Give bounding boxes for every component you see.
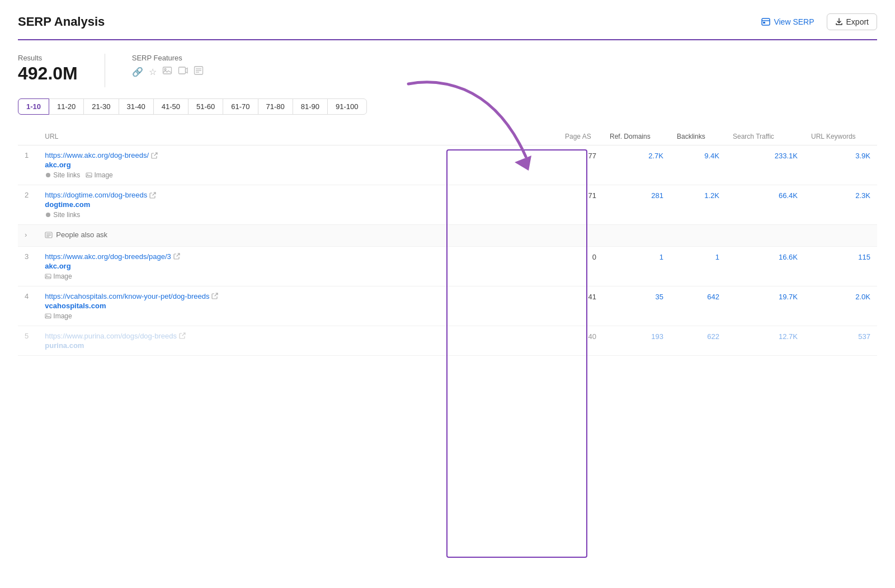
link-feature-icon: 🔗	[132, 67, 143, 77]
external-link-icon	[149, 192, 156, 199]
row-ref-domains: 193	[603, 326, 670, 355]
page-header: SERP Analysis View SERP Export	[18, 13, 877, 40]
row-backlinks: 642	[670, 286, 726, 326]
url-link[interactable]: https://www.purina.com/dogs/dog-breeds	[45, 332, 552, 340]
svg-rect-18	[45, 314, 51, 318]
page-btn-41-50[interactable]: 41-50	[153, 98, 189, 115]
col-header-backlinks: Backlinks	[670, 128, 726, 145]
page-btn-21-30[interactable]: 21-30	[83, 98, 119, 115]
serp-features-label: SERP Features	[132, 54, 204, 62]
url-link[interactable]: https://www.akc.org/dog-breeds/	[45, 151, 552, 159]
results-table: URL Page AS Ref. Domains Backlinks Searc…	[18, 128, 877, 356]
serp-feature-icons: 🔗 ☆	[132, 65, 204, 78]
row-num: 1	[18, 145, 38, 185]
video-feature-icon	[178, 65, 188, 78]
row-url-keywords: 3.9K	[804, 145, 877, 185]
row-backlinks: 1	[670, 246, 726, 286]
table-row: 3 https://www.akc.org/dog-breeds/page/3 …	[18, 246, 877, 286]
row-ref-domains: 2.7K	[603, 145, 670, 185]
feature-tags: Image	[45, 312, 552, 320]
row-search-traffic: 16.6K	[726, 246, 804, 286]
view-serp-button[interactable]: View SERP	[756, 14, 819, 30]
col-header-page-as: Page AS	[558, 128, 603, 145]
row-backlinks: 1.2K	[670, 185, 726, 225]
row-num: 3	[18, 246, 38, 286]
feature-tag-sitelinks: Site links	[45, 171, 80, 179]
external-link-icon	[179, 332, 186, 339]
page-btn-61-70[interactable]: 61-70	[223, 98, 258, 115]
row-url-keywords: 2.0K	[804, 286, 877, 326]
row-search-traffic: 66.4K	[726, 185, 804, 225]
results-summary: Results 492.0M	[18, 54, 78, 84]
col-header-search-traffic: Search Traffic	[726, 128, 804, 145]
row-url-keywords: 537	[804, 326, 877, 355]
row-page-as: 77	[558, 145, 603, 185]
domain-label: akc.org	[45, 262, 552, 270]
row-url-cell: https://www.akc.org/dog-breeds/ akc.org …	[38, 145, 558, 185]
row-num: 2	[18, 185, 38, 225]
row-ref-domains: 281	[603, 185, 670, 225]
table-row: 1 https://www.akc.org/dog-breeds/ akc.or…	[18, 145, 877, 185]
pagination: 1-10 11-20 21-30 31-40 41-50 51-60 61-70…	[18, 98, 877, 115]
page-btn-1-10[interactable]: 1-10	[18, 98, 49, 115]
svg-rect-0	[762, 18, 770, 25]
page-btn-91-100[interactable]: 91-100	[327, 98, 366, 115]
row-page-as: 0	[558, 246, 603, 286]
row-backlinks: 622	[670, 326, 726, 355]
results-label: Results	[18, 54, 78, 62]
paa-label: People also ask	[38, 225, 877, 247]
star-feature-icon: ☆	[149, 67, 157, 77]
table-row: 4 https://vcahospitals.com/know-your-pet…	[18, 286, 877, 326]
row-url-cell: https://www.purina.com/dogs/dog-breeds p…	[38, 326, 558, 355]
feature-tag-image: Image	[45, 272, 72, 280]
row-search-traffic: 12.7K	[726, 326, 804, 355]
people-also-ask-row: › People also ask	[18, 225, 877, 247]
page-btn-71-80[interactable]: 71-80	[258, 98, 293, 115]
svg-rect-3	[163, 67, 171, 74]
row-url-keywords: 2.3K	[804, 185, 877, 225]
row-page-as: 40	[558, 326, 603, 355]
page-btn-11-20[interactable]: 11-20	[49, 98, 84, 115]
svg-point-4	[164, 69, 166, 70]
feature-tags: Site links	[45, 211, 552, 219]
url-link[interactable]: https://www.akc.org/dog-breeds/page/3	[45, 252, 552, 261]
row-ref-domains: 1	[603, 246, 670, 286]
image-feature-icon	[162, 65, 172, 78]
svg-point-11	[87, 174, 88, 175]
row-search-traffic: 233.1K	[726, 145, 804, 185]
page-container: SERP Analysis View SERP Export Results	[0, 0, 895, 588]
svg-rect-16	[45, 274, 51, 279]
external-link-icon	[173, 253, 180, 260]
col-header-url: URL	[38, 128, 558, 145]
col-header-url-keywords: URL Keywords	[804, 128, 877, 145]
summary-divider	[105, 54, 105, 87]
page-btn-51-60[interactable]: 51-60	[188, 98, 223, 115]
page-btn-31-40[interactable]: 31-40	[119, 98, 154, 115]
paa-expand: ›	[18, 225, 38, 247]
view-serp-icon	[761, 17, 770, 26]
table-header-row: URL Page AS Ref. Domains Backlinks Searc…	[18, 128, 877, 145]
serp-features-block: SERP Features 🔗 ☆	[132, 54, 204, 78]
export-button[interactable]: Export	[827, 13, 877, 30]
row-url-cell: https://www.akc.org/dog-breeds/page/3 ak…	[38, 246, 558, 286]
svg-rect-5	[178, 67, 185, 74]
feature-tags: Site links Image	[45, 171, 552, 179]
feature-tag-image: Image	[45, 312, 72, 320]
feature-tag-image: Image	[86, 171, 112, 179]
col-header-ref-domains: Ref. Domains	[603, 128, 670, 145]
row-url-keywords: 115	[804, 246, 877, 286]
page-btn-81-90[interactable]: 81-90	[293, 98, 328, 115]
table-row: 5 https://www.purina.com/dogs/dog-breeds…	[18, 326, 877, 355]
external-link-icon	[151, 152, 158, 159]
external-link-icon	[211, 293, 218, 299]
domain-label: dogtime.com	[45, 200, 552, 209]
results-value: 492.0M	[18, 63, 78, 83]
url-link[interactable]: https://vcahospitals.com/know-your-pet/d…	[45, 292, 552, 300]
url-link[interactable]: https://dogtime.com/dog-breeds	[45, 191, 552, 199]
svg-point-17	[46, 275, 48, 276]
row-page-as: 41	[558, 286, 603, 326]
domain-label: vcahospitals.com	[45, 302, 552, 310]
row-search-traffic: 19.7K	[726, 286, 804, 326]
header-actions: View SERP Export	[756, 13, 877, 30]
text-feature-icon	[194, 65, 204, 78]
